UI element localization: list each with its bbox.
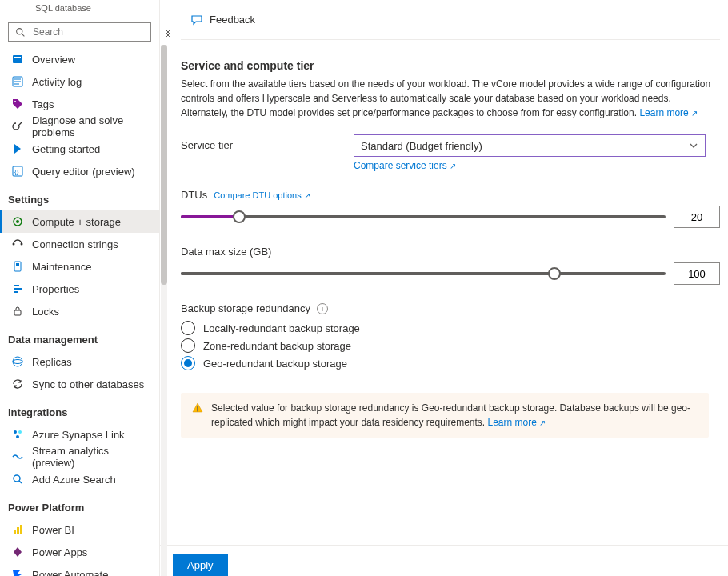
radio-indicator	[181, 338, 195, 353]
sidebar-item-power-automate[interactable]: Power Automate	[0, 563, 159, 576]
learn-more-link[interactable]: Learn more ↗	[639, 107, 698, 118]
sidebar-item-label: Power BI	[32, 524, 74, 536]
svg-rect-16	[14, 262, 21, 271]
svg-point-15	[21, 243, 23, 246]
search-icon	[14, 26, 26, 38]
sidebar-search[interactable]	[8, 22, 151, 42]
sync-icon	[11, 378, 24, 390]
powerapps-icon	[11, 546, 24, 558]
query-editor-icon: {}	[11, 165, 24, 178]
sidebar-item-compute-storage[interactable]: Compute + storage	[0, 210, 159, 233]
sidebar-item-stream-analytics-preview-[interactable]: Stream analytics (preview)	[0, 446, 159, 468]
sidebar-item-locks[interactable]: Locks	[0, 300, 159, 322]
sidebar-item-label: Replicas	[32, 356, 72, 368]
svg-point-25	[18, 430, 22, 434]
sidebar-item-label: Overview	[32, 54, 75, 66]
data-max-slider-thumb[interactable]	[548, 267, 561, 280]
sidebar-item-activity-log[interactable]: Activity log	[0, 70, 159, 93]
svg-point-26	[16, 435, 19, 438]
svg-point-0	[16, 28, 22, 34]
sidebar-search-input[interactable]	[31, 26, 154, 38]
sidebar-item-azure-synapse-link[interactable]: Azure Synapse Link	[0, 423, 159, 446]
info-icon[interactable]: i	[317, 303, 328, 314]
data-max-value-input[interactable]	[674, 262, 720, 285]
radio-label: Zone-redundant backup storage	[203, 340, 351, 352]
backup-redundancy-label: Backup storage redundancy	[181, 302, 310, 314]
sidebar-item-properties[interactable]: Properties	[0, 278, 159, 300]
sidebar-item-label: Add Azure Search	[32, 474, 116, 486]
external-link-icon: ↗	[539, 418, 546, 427]
dtus-slider[interactable]	[181, 207, 666, 226]
search-svc-icon	[11, 473, 24, 486]
svg-line-28	[19, 481, 22, 483]
sidebar-item-add-azure-search[interactable]: Add Azure Search	[0, 468, 159, 490]
dtus-value-input[interactable]	[674, 206, 720, 228]
compare-dtu-link[interactable]: Compare DTU options ↗	[214, 190, 310, 200]
compute-icon	[11, 215, 24, 228]
properties-icon	[11, 282, 24, 295]
replicas-icon	[11, 355, 24, 368]
svg-point-24	[14, 430, 17, 434]
svg-point-8	[14, 101, 16, 102]
sidebar-item-label: Activity log	[32, 76, 82, 88]
svg-rect-30	[17, 527, 19, 534]
external-link-icon: ↗	[450, 162, 456, 170]
sidebar-item-connection-strings[interactable]: Connection strings	[0, 233, 159, 255]
sidebar-item-label: Stream analytics (preview)	[32, 445, 151, 469]
section-title: Service and compute tier	[181, 59, 720, 72]
data-max-slider[interactable]	[181, 264, 666, 283]
sidebar-item-label: Azure Synapse Link	[32, 429, 125, 441]
svg-point-13	[16, 220, 19, 223]
sidebar-item-label: Maintenance	[32, 261, 91, 273]
sidebar-section-header: Integrations	[0, 395, 159, 423]
warning-icon	[192, 402, 203, 430]
svg-line-9	[18, 122, 22, 126]
radio-indicator	[181, 356, 195, 370]
radio-zone-redundant-backup-storage[interactable]: Zone-redundant backup storage	[181, 337, 720, 354]
sidebar-item-power-apps[interactable]: Power Apps	[0, 541, 159, 563]
synapse-icon	[11, 428, 24, 441]
svg-rect-32	[197, 406, 198, 410]
external-link-icon: ↗	[691, 109, 698, 118]
sidebar-item-label: Connection strings	[32, 238, 118, 250]
sidebar-item-diagnose-and-solve-problems[interactable]: Diagnose and solve problems	[0, 115, 159, 138]
svg-text:{}: {}	[14, 168, 19, 175]
tags-icon	[11, 98, 24, 110]
service-tier-select[interactable]: Standard (Budget friendly)	[354, 134, 706, 157]
sidebar-section-header: Data management	[0, 322, 159, 350]
radio-geo-redundant-backup-storage[interactable]: Geo-redundant backup storage	[181, 354, 720, 372]
sidebar-item-maintenance[interactable]: Maintenance	[0, 255, 159, 278]
section-description: Select from the available tiers based on…	[181, 77, 720, 120]
data-max-size-label: Data max size (GB)	[181, 246, 271, 258]
sidebar-item-label: Getting started	[32, 143, 100, 155]
radio-label: Locally-redundant backup storage	[203, 322, 360, 334]
sidebar-item-sync-to-other-databases[interactable]: Sync to other databases	[0, 373, 159, 395]
feedback-button[interactable]: Feedback	[190, 14, 255, 26]
svg-line-1	[22, 34, 24, 36]
svg-rect-21	[14, 310, 21, 315]
maintenance-icon	[11, 260, 24, 273]
sidebar-item-getting-started[interactable]: Getting started	[0, 138, 159, 160]
sidebar-item-label: Diagnose and solve problems	[32, 114, 151, 138]
feedback-icon	[190, 14, 203, 26]
diagnose-icon	[11, 120, 24, 133]
dtus-label: DTUs	[181, 189, 207, 201]
service-tier-label: Service tier	[181, 134, 354, 151]
sidebar-item-label: Locks	[32, 306, 59, 318]
svg-rect-3	[14, 57, 21, 58]
apply-button[interactable]: Apply	[173, 554, 228, 576]
sidebar-item-query-editor-preview-[interactable]: {}Query editor (preview)	[0, 160, 159, 182]
external-link-icon: ↗	[304, 191, 310, 200]
sidebar-item-replicas[interactable]: Replicas	[0, 350, 159, 373]
alert-learn-more-link[interactable]: Learn more ↗	[488, 417, 546, 428]
radio-locally-redundant-backup-storage[interactable]: Locally-redundant backup storage	[181, 319, 720, 337]
sidebar-item-tags[interactable]: Tags	[0, 93, 159, 115]
sidebar-item-overview[interactable]: Overview	[0, 48, 159, 70]
svg-point-22	[13, 357, 22, 366]
dtus-slider-thumb[interactable]	[233, 210, 246, 223]
sidebar-item-label: Tags	[32, 98, 54, 110]
sidebar-item-power-bi[interactable]: Power BI	[0, 518, 159, 541]
getting-started-icon	[11, 142, 24, 155]
sidebar: SQL database OverviewActivity logTagsDia…	[0, 0, 160, 576]
compare-service-tiers-link[interactable]: Compare service tiers ↗	[354, 160, 456, 171]
